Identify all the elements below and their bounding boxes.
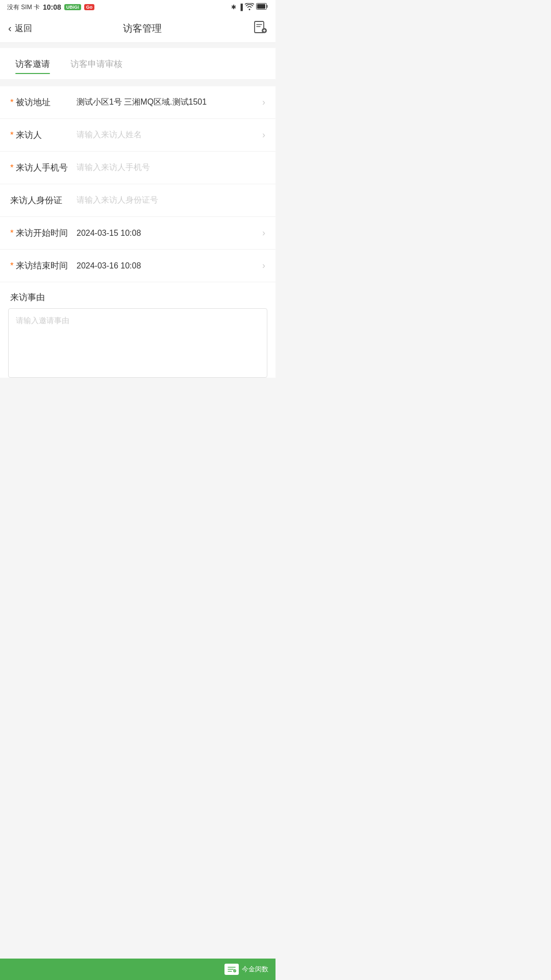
form-area: * 被访地址 测试小区1号 三湘MQ区域.测试1501 › * 来访人 请输入来… [0, 86, 276, 378]
status-left: 没有 SIM 卡 10:08 UBiGi Go [7, 3, 94, 12]
vibrate-icon: ▐ [238, 4, 243, 11]
tab-visitor-audit[interactable]: 访客申请审核 [70, 58, 122, 74]
value-visitor-id: 请输入来访人身份证号 [77, 195, 265, 206]
header-action-icon[interactable] [253, 20, 267, 37]
value-visitor-name: 请输入来访人姓名 [77, 130, 258, 140]
required-star: * [10, 261, 14, 271]
chevron-right-icon: › [262, 228, 265, 238]
status-right: ✱ ▐ [231, 3, 268, 12]
field-visitor-id[interactable]: 来访人身份证 请输入来访人身份证号 [0, 184, 276, 217]
label-visit-start-time: * 来访开始时间 [10, 227, 77, 239]
bluetooth-icon: ✱ [231, 4, 236, 11]
value-visit-start-time: 2024-03-15 10:08 [77, 229, 258, 238]
field-visit-start-time[interactable]: * 来访开始时间 2024-03-15 10:08 › [0, 217, 276, 250]
label-visitor-name: * 来访人 [10, 129, 77, 141]
chevron-right-icon: › [262, 97, 265, 108]
label-visit-end-time: * 来访结束时间 [10, 260, 77, 272]
required-star: * [10, 130, 14, 140]
svg-rect-1 [257, 4, 265, 9]
label-visit-address: * 被访地址 [10, 96, 77, 108]
field-visitor-phone[interactable]: * 来访人手机号 请输入来访人手机号 [0, 152, 276, 184]
value-visit-end-time: 2024-03-16 10:08 [77, 261, 258, 271]
time: 10:08 [43, 3, 61, 11]
label-visitor-id: 来访人身份证 [10, 194, 77, 206]
field-visit-address[interactable]: * 被访地址 测试小区1号 三湘MQ区域.测试1501 › [0, 86, 276, 119]
value-visitor-phone: 请输入来访人手机号 [77, 162, 265, 173]
label-visitor-phone: * 来访人手机号 [10, 162, 77, 174]
tabs-area: 访客邀请 访客申请审核 [0, 48, 276, 79]
header: ‹ 返回 访客管理 [0, 14, 276, 43]
back-button[interactable]: ‹ 返回 [8, 22, 32, 34]
chevron-right-icon: › [262, 260, 265, 271]
field-visit-end-time[interactable]: * 来访结束时间 2024-03-16 10:08 › [0, 250, 276, 282]
reason-textarea[interactable] [9, 309, 267, 375]
field-visitor-name[interactable]: * 来访人 请输入来访人姓名 › [0, 119, 276, 152]
back-chevron-icon: ‹ [8, 22, 12, 34]
chevron-right-icon: › [262, 130, 265, 140]
required-star: * [10, 228, 14, 238]
required-star: * [10, 163, 14, 173]
value-visit-address: 测试小区1号 三湘MQ区域.测试1501 [77, 97, 258, 108]
ubigi-badge: UBiGi [64, 4, 81, 10]
reason-textarea-wrap[interactable] [8, 308, 267, 378]
page-title: 访客管理 [123, 22, 162, 35]
status-bar: 没有 SIM 卡 10:08 UBiGi Go ✱ ▐ [0, 0, 276, 14]
back-label: 返回 [15, 22, 32, 34]
reason-label: 来访事由 [0, 282, 276, 308]
required-star: * [10, 97, 14, 108]
tab-visitor-invite[interactable]: 访客邀请 [15, 58, 50, 74]
sim-text: 没有 SIM 卡 [7, 3, 40, 12]
red-badge: Go [84, 4, 95, 10]
battery-icon [256, 3, 268, 11]
wifi-icon [245, 3, 254, 12]
